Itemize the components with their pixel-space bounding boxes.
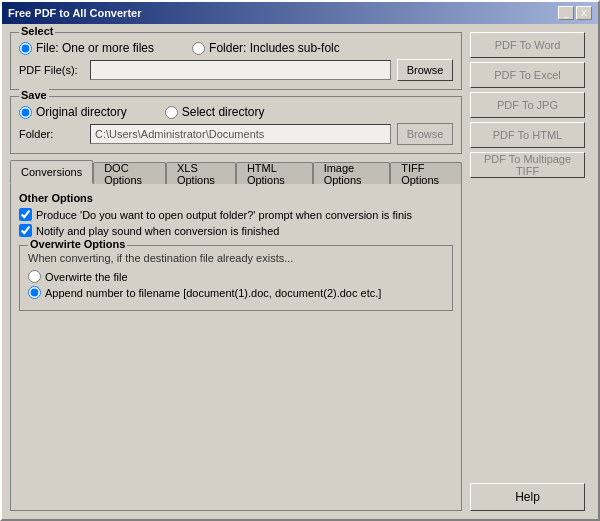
folder-radio[interactable] [192,42,205,55]
checkbox1[interactable] [19,208,32,221]
select-group-label: Select [19,25,55,37]
checkbox2-row: Notify and play sound when conversion is… [19,224,453,237]
checkbox1-label: Produce 'Do you want to open output fold… [36,209,412,221]
tab-doc-options[interactable]: DOC Options [93,162,166,184]
title-bar: Free PDF to All Converter _ X [2,2,598,24]
browse-folder-button[interactable]: Browse [397,123,453,145]
tab-xls-options[interactable]: XLS Options [166,162,236,184]
pdf-to-tiff-button[interactable]: PDF To Multipage TIFF [470,152,585,178]
original-dir-label: Original directory [36,105,127,119]
overwrite-desc: When converting, if the destination file… [28,252,444,264]
conversions-tab-content: Other Options Produce 'Do you want to op… [10,183,462,511]
pdf-files-label: PDF File(s): [19,64,84,76]
select-dir-radio[interactable] [165,106,178,119]
folder-row: Folder: Browse [19,123,453,145]
tab-conversions[interactable]: Conversions [10,160,93,184]
other-options-label: Other Options [19,192,453,204]
checkbox2-label: Notify and play sound when conversion is… [36,225,279,237]
overwrite-file-radio[interactable] [28,270,41,283]
save-group: Save Original directory Select directory… [10,96,462,154]
left-panel: Select File: One or more files Folder: I… [10,32,462,511]
tabs-container: Conversions DOC Options XLS Options HTML… [10,160,462,511]
save-radio-row: Original directory Select directory [19,105,453,119]
original-dir-radio[interactable] [19,106,32,119]
pdf-files-row: PDF File(s): Browse [19,59,453,81]
overwrite-file-label: Overwirte the file [45,271,128,283]
main-window: Free PDF to All Converter _ X Select Fil… [0,0,600,521]
minimize-button[interactable]: _ [558,6,574,20]
select-dir-radio-group: Select directory [165,105,265,119]
select-dir-label: Select directory [182,105,265,119]
tab-html-options[interactable]: HTML Options [236,162,313,184]
window-content: Select File: One or more files Folder: I… [2,24,598,519]
original-dir-radio-group: Original directory [19,105,127,119]
right-panel: PDF To Word PDF To Excel PDF To JPG PDF … [470,32,590,511]
file-radio-label: File: One or more files [36,41,154,55]
window-title: Free PDF to All Converter [8,7,141,19]
overwrite-file-row: Overwirte the file [28,270,444,283]
folder-label: Folder: [19,128,84,140]
tab-tiff-options[interactable]: TIFF Options [390,162,462,184]
select-radio-row: File: One or more files Folder: Includes… [19,41,453,55]
save-group-label: Save [19,89,49,101]
checkbox2[interactable] [19,224,32,237]
pdf-to-word-button[interactable]: PDF To Word [470,32,585,58]
folder-radio-label: Folder: Includes sub-folc [209,41,340,55]
append-radio[interactable] [28,286,41,299]
help-button[interactable]: Help [470,483,585,511]
checkbox1-row: Produce 'Do you want to open output fold… [19,208,453,221]
folder-input[interactable] [90,124,391,144]
file-radio[interactable] [19,42,32,55]
tab-image-options[interactable]: Image Options [313,162,391,184]
pdf-to-jpg-button[interactable]: PDF To JPG [470,92,585,118]
tab-bar: Conversions DOC Options XLS Options HTML… [10,160,462,184]
window-controls: _ X [558,6,592,20]
pdf-files-input[interactable] [90,60,391,80]
pdf-to-excel-button[interactable]: PDF To Excel [470,62,585,88]
folder-radio-group: Folder: Includes sub-folc [192,41,340,55]
close-button[interactable]: X [576,6,592,20]
select-group: Select File: One or more files Folder: I… [10,32,462,90]
browse-files-button[interactable]: Browse [397,59,453,81]
overwrite-group-label: Overwirte Options [28,238,127,250]
append-label: Append number to filename [document(1).d… [45,287,381,299]
overwrite-group: Overwirte Options When converting, if th… [19,245,453,311]
append-row: Append number to filename [document(1).d… [28,286,444,299]
file-radio-group: File: One or more files [19,41,154,55]
pdf-to-html-button[interactable]: PDF To HTML [470,122,585,148]
